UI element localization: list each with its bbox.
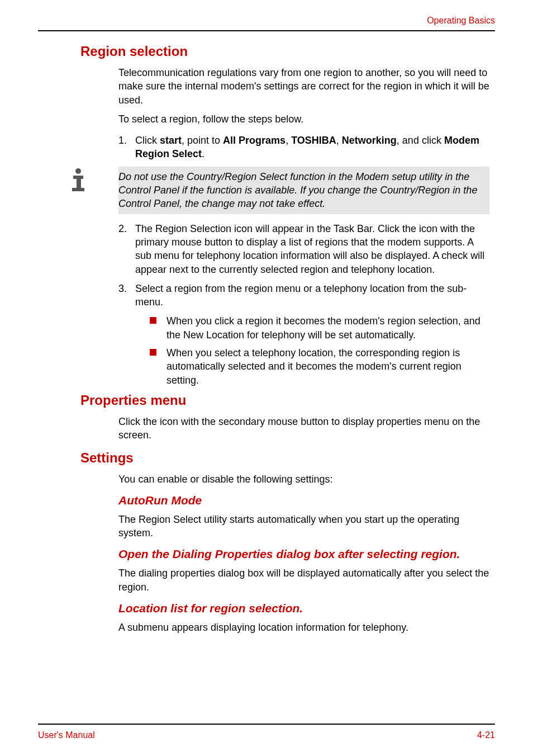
bold-text: All Programs: [223, 135, 285, 146]
bullet-square-icon: [150, 346, 166, 387]
page: Operating Basics Region selection Teleco…: [0, 0, 533, 756]
bullet-item: When you select a telephony location, th…: [150, 346, 489, 387]
page-header: Operating Basics: [38, 16, 495, 31]
paragraph: A submenu appears displaying location in…: [118, 621, 489, 634]
svg-rect-2: [77, 176, 81, 189]
list-text: The Region Selection icon will appear in…: [135, 222, 489, 276]
note-text: Do not use the Country/Region Select fun…: [118, 167, 489, 214]
page-footer: User's Manual 4-21: [38, 724, 495, 740]
list-number: 1.: [118, 134, 135, 161]
text: , and click: [397, 135, 444, 146]
paragraph-text: The Region Select utility starts automat…: [118, 513, 489, 540]
bold-text: TOSHIBA: [291, 135, 336, 146]
text: ,: [336, 135, 342, 146]
paragraph: You can enable or disable the following …: [118, 472, 489, 486]
text: , point to: [182, 135, 223, 146]
note: Do not use the Country/Region Select fun…: [38, 167, 495, 214]
text: Click: [135, 135, 160, 146]
paragraph: The dialing properties dialog box will b…: [118, 566, 489, 594]
list-item: 1. Click start, point to All Programs, T…: [118, 134, 489, 161]
paragraph-text: A submenu appears displaying location in…: [118, 621, 489, 634]
list-number: 3.: [118, 282, 135, 309]
bullet-square-icon: [150, 314, 166, 342]
list-text: Click start, point to All Programs, TOSH…: [135, 134, 489, 161]
paragraph: Click the icon with the secondary mouse …: [118, 415, 489, 442]
paragraph-text: Click the icon with the secondary mouse …: [118, 415, 489, 442]
bullet-text: When you select a telephony location, th…: [166, 346, 489, 387]
list-text: Select a region from the region menu or …: [135, 282, 489, 309]
footer-left: User's Manual: [38, 730, 95, 740]
bullet-item: When you click a region it becomes the m…: [150, 314, 489, 342]
paragraph-text: The dialing properties dialog box will b…: [118, 566, 489, 594]
heading-properties-menu: Properties menu: [80, 393, 495, 408]
paragraph-text: Telecommunication regulations vary from …: [118, 66, 489, 107]
paragraph-text: To select a region, follow the steps bel…: [118, 112, 489, 126]
paragraph-text: You can enable or disable the following …: [118, 472, 489, 486]
text: .: [202, 148, 204, 159]
paragraph: Telecommunication regulations vary from …: [118, 66, 489, 126]
subheading-dialing-properties: Open the Dialing Properties dialog box a…: [118, 547, 489, 561]
bold-text: Networking: [342, 135, 397, 146]
info-icon-svg: [68, 168, 89, 192]
info-icon: [38, 167, 118, 192]
heading-settings: Settings: [80, 450, 495, 466]
svg-point-0: [75, 168, 81, 174]
header-section: Operating Basics: [427, 16, 495, 26]
text: ,: [285, 135, 291, 146]
svg-rect-3: [72, 188, 84, 191]
list-number: 2.: [118, 222, 135, 276]
list-item: 2. The Region Selection icon will appear…: [118, 222, 489, 276]
bold-text: start: [160, 135, 182, 146]
footer-page-number: 4-21: [477, 730, 495, 740]
page-content: Region selection Telecommunication regul…: [38, 44, 495, 724]
subheading-autorun: AutoRun Mode: [118, 494, 489, 507]
heading-region-selection: Region selection: [80, 44, 495, 59]
list-item: 3. Select a region from the region menu …: [118, 282, 489, 309]
paragraph: The Region Select utility starts automat…: [118, 513, 489, 540]
bullet-text: When you click a region it becomes the m…: [166, 314, 489, 342]
subheading-location-list: Location list for region selection.: [118, 602, 489, 615]
